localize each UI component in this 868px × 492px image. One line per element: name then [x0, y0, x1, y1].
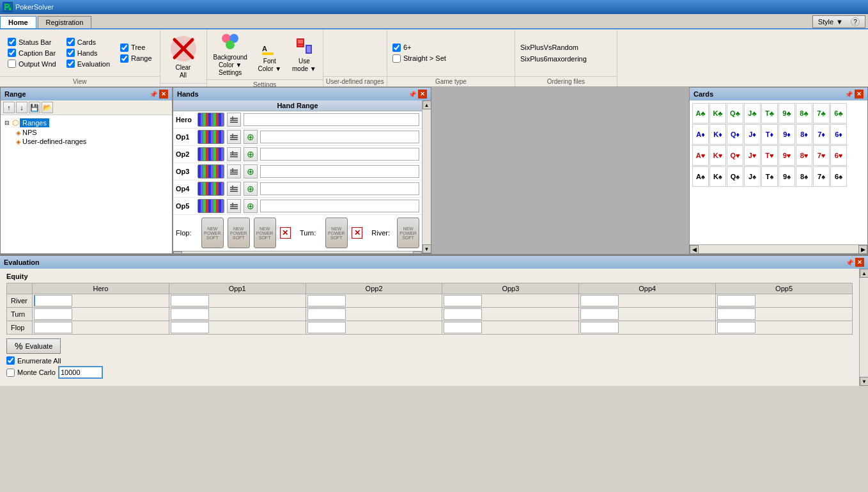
hands-pin-button[interactable]: 📌: [408, 90, 417, 99]
turn-opp4-input[interactable]: [580, 308, 619, 320]
river-opp1-input[interactable]: [171, 295, 209, 306]
font-color-button[interactable]: A FontColor ▼: [254, 33, 286, 75]
eval-scroll-up[interactable]: ▲: [860, 269, 868, 278]
card-Q-hearts[interactable]: Q♥: [727, 145, 743, 166]
hscroll-left[interactable]: ◀: [173, 251, 182, 254]
card-A-spades[interactable]: A♠: [692, 166, 709, 187]
card-8-spades[interactable]: 8♠: [796, 166, 812, 187]
card-Q-clubs[interactable]: Q♣: [727, 103, 743, 123]
turn-opp2-input[interactable]: [307, 308, 346, 320]
hands-vertical-scroll[interactable]: ▲ ▼: [422, 100, 431, 253]
cards-pin-button[interactable]: 📌: [844, 90, 853, 99]
checkbox-six-plus[interactable]: 6+: [392, 44, 446, 52]
op1-dots[interactable]: [198, 130, 224, 144]
hero-config-button[interactable]: [227, 113, 241, 127]
eval-pin-button[interactable]: 📌: [845, 258, 854, 267]
checkbox-hands[interactable]: Hands: [66, 49, 110, 57]
checkbox-cards[interactable]: Cards: [66, 38, 110, 46]
card-A-diamonds[interactable]: A♦: [692, 124, 709, 145]
river-opp5-input[interactable]: [717, 295, 756, 306]
checkbox-range[interactable]: Range: [120, 54, 151, 63]
hero-dots[interactable]: [198, 113, 224, 127]
card-T-clubs[interactable]: T♣: [761, 103, 778, 123]
tree-item-ranges[interactable]: ⊟ ⬡ Ranges: [3, 118, 169, 128]
card-6-hearts[interactable]: 6♥: [830, 145, 847, 166]
flop-hero-input[interactable]: [34, 322, 72, 333]
tree-item-user-defined[interactable]: ◈ User-defined-ranges: [3, 137, 169, 146]
card-T-diamonds[interactable]: T♦: [761, 124, 778, 145]
cards-horizontal-scroll[interactable]: ◀ ▶: [690, 244, 867, 253]
range-up-button[interactable]: ↑: [3, 102, 15, 113]
turn-hero-input[interactable]: [34, 308, 72, 320]
op3-dots[interactable]: [198, 164, 224, 179]
op4-config-button[interactable]: [227, 182, 241, 196]
card-J-diamonds[interactable]: J♦: [744, 124, 761, 145]
checkbox-evaluation[interactable]: Evaluation: [66, 60, 110, 68]
card-7-clubs[interactable]: 7♣: [813, 103, 830, 123]
hands-close-button[interactable]: ✕: [418, 90, 427, 99]
tree-item-nps[interactable]: ◈ NPS: [3, 128, 169, 137]
card-T-hearts[interactable]: T♥: [761, 145, 778, 166]
cards-scroll-right[interactable]: ▶: [858, 245, 867, 254]
tab-registration[interactable]: Registration: [38, 16, 92, 28]
flop-card-1[interactable]: NEWPOWERSOFT: [201, 218, 224, 248]
river-card[interactable]: NEWPOWERSOFT: [397, 218, 419, 248]
op1-add-button[interactable]: ⊕: [244, 130, 258, 144]
card-6-diamonds[interactable]: 6♦: [830, 124, 847, 145]
checkbox-caption-bar[interactable]: Caption Bar: [8, 49, 56, 57]
card-K-spades[interactable]: K♠: [709, 166, 726, 187]
op4-add-button[interactable]: ⊕: [244, 182, 258, 196]
card-9-diamonds[interactable]: 9♦: [779, 124, 795, 145]
card-J-hearts[interactable]: J♥: [744, 145, 761, 166]
card-7-hearts[interactable]: 7♥: [813, 145, 830, 166]
op3-config-button[interactable]: [227, 164, 241, 179]
nps-label[interactable]: NPS: [22, 129, 37, 136]
cards-close-button[interactable]: ✕: [855, 90, 864, 99]
checkbox-straight-gt[interactable]: Straight > Set: [392, 54, 446, 63]
checkbox-tree[interactable]: Tree: [120, 44, 151, 52]
turn-opp1-input[interactable]: [171, 308, 209, 320]
card-T-spades[interactable]: T♠: [761, 166, 778, 187]
background-color-button[interactable]: BackgroundColor ▼Settings: [210, 29, 251, 79]
use-mode-button[interactable]: Usemode ▼: [288, 33, 320, 75]
op5-range-input[interactable]: [260, 200, 419, 212]
river-opp2-input[interactable]: [307, 295, 346, 306]
card-7-diamonds[interactable]: 7♦: [813, 124, 830, 145]
card-9-hearts[interactable]: 9♥: [779, 145, 795, 166]
flop-card-3[interactable]: NEWPOWERSOFT: [254, 218, 276, 248]
card-K-diamonds[interactable]: K♦: [709, 124, 726, 145]
range-save-button[interactable]: 💾: [29, 102, 40, 113]
tab-home[interactable]: Home: [0, 16, 36, 28]
flop-opp4-input[interactable]: [580, 322, 619, 333]
monte-carlo-checkbox[interactable]: [6, 369, 15, 377]
hands-horizontal-scroll[interactable]: ◀ ▶: [173, 251, 422, 253]
flop-opp1-input[interactable]: [171, 322, 209, 333]
op5-dots[interactable]: [198, 199, 224, 213]
op2-dots[interactable]: [198, 147, 224, 161]
card-6-clubs[interactable]: 6♣: [830, 103, 847, 123]
eval-close-button[interactable]: ✕: [855, 258, 864, 267]
op2-config-button[interactable]: [227, 147, 241, 161]
ranges-label[interactable]: Ranges: [20, 118, 49, 127]
card-K-clubs[interactable]: K♣: [709, 103, 726, 123]
card-K-hearts[interactable]: K♥: [709, 145, 726, 166]
user-defined-ranges-label[interactable]: User-defined-ranges: [22, 138, 86, 145]
op4-range-input[interactable]: [260, 182, 419, 195]
card-8-clubs[interactable]: 8♣: [796, 103, 812, 123]
op5-add-button[interactable]: ⊕: [244, 199, 258, 213]
card-A-hearts[interactable]: A♥: [692, 145, 709, 166]
op1-config-button[interactable]: [227, 130, 241, 144]
monte-carlo-input[interactable]: [58, 366, 103, 379]
card-9-clubs[interactable]: 9♣: [779, 103, 795, 123]
enumerate-all-checkbox[interactable]: [6, 356, 15, 365]
op5-config-button[interactable]: [227, 199, 241, 213]
card-J-clubs[interactable]: J♣: [744, 103, 761, 123]
river-hero-input[interactable]: [34, 295, 72, 306]
hero-range-input[interactable]: [244, 113, 419, 126]
card-J-spades[interactable]: J♠: [744, 166, 761, 187]
vscroll-down[interactable]: ▼: [422, 244, 431, 253]
range-open-button[interactable]: 📂: [42, 102, 53, 113]
flop-opp5-input[interactable]: [717, 322, 756, 333]
op3-add-button[interactable]: ⊕: [244, 164, 258, 179]
checkbox-output-wnd[interactable]: Output Wnd: [8, 60, 56, 68]
